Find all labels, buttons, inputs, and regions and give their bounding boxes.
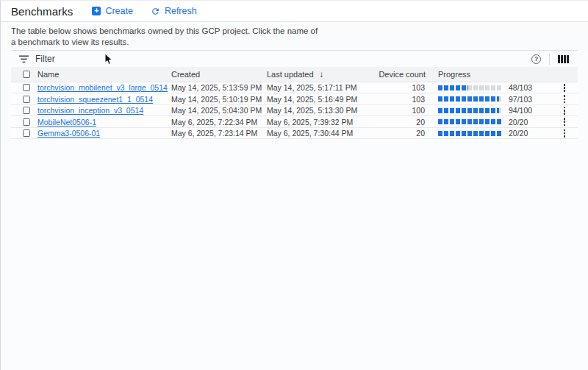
column-header-progress[interactable]: Progress: [426, 70, 551, 79]
row-checkbox[interactable]: [23, 96, 30, 103]
benchmark-name-link[interactable]: torchvision_mobilenet_v3_large_0514: [37, 83, 168, 92]
column-header-device-count[interactable]: Device count: [378, 70, 426, 79]
progress-label: 97/103: [509, 95, 532, 104]
row-checkbox[interactable]: [23, 129, 30, 137]
row-checkbox[interactable]: [23, 107, 30, 114]
progress-label: 48/103: [509, 83, 532, 92]
last-updated-cell: May 14, 2025, 5:17:11 PM: [267, 83, 378, 92]
row-menu-button[interactable]: [561, 82, 569, 93]
last-updated-cell: May 6, 2025, 7:39:32 PM: [267, 118, 378, 127]
sort-descending-icon: ↓: [320, 70, 324, 79]
device-count-cell: 20: [378, 118, 426, 127]
device-count-cell: 100: [378, 106, 426, 115]
last-updated-cell: May 14, 2025, 5:13:30 PM: [267, 106, 378, 115]
refresh-button[interactable]: Refresh: [151, 6, 197, 16]
row-checkbox[interactable]: [23, 118, 30, 126]
filter-button[interactable]: Filter: [19, 54, 55, 64]
create-button-label: Create: [105, 6, 133, 16]
column-header-created[interactable]: Created: [171, 70, 267, 79]
progress-cell: 97/103: [426, 95, 551, 104]
table-row: torchvision_mobilenet_v3_large_0514 May …: [11, 82, 578, 93]
column-header-last-updated-label: Last updated: [267, 70, 314, 79]
filter-icon: [19, 55, 29, 63]
table-row: torchvision_squeezenet1_1_0514 May 14, 2…: [11, 93, 578, 104]
description-line-2: a benchmark to view its results.: [11, 37, 578, 48]
created-cell: May 6, 2025, 7:22:34 PM: [171, 118, 267, 127]
progress-cell: 94/100: [426, 106, 551, 115]
progress-bar: [438, 85, 503, 90]
row-menu-button[interactable]: [561, 93, 569, 104]
created-cell: May 14, 2025, 5:13:59 PM: [171, 83, 267, 92]
progress-bar: [438, 108, 503, 113]
device-count-cell: 20: [378, 129, 426, 138]
row-menu-button[interactable]: [561, 105, 569, 116]
page-title: Benchmarks: [11, 5, 73, 18]
description-line-1: The table below shows benchmarks owned b…: [11, 26, 578, 37]
created-cell: May 14, 2025, 5:10:19 PM: [171, 95, 267, 104]
header-checkbox-cell: [23, 71, 37, 78]
benchmark-name-link[interactable]: MobileNet0506-1: [37, 118, 96, 127]
filter-bar-actions: ?: [530, 53, 570, 65]
row-menu-button[interactable]: [561, 116, 569, 127]
last-updated-cell: May 14, 2025, 5:16:49 PM: [267, 95, 378, 104]
table-description: The table below shows benchmarks owned b…: [1, 22, 588, 50]
table-row: MobileNet0506-1 May 6, 2025, 7:22:34 PM …: [11, 116, 578, 127]
help-button[interactable]: ?: [530, 53, 542, 65]
table-row: torchvision_inception_v3_0514 May 14, 20…: [11, 105, 578, 116]
table-row: Gemma3-0506-01 May 6, 2025, 7:23:14 PM M…: [11, 128, 578, 139]
benchmark-name-link[interactable]: torchvision_inception_v3_0514: [37, 106, 143, 115]
plus-icon: +: [92, 7, 101, 15]
progress-bar: [438, 96, 503, 102]
benchmarks-card: Filter ? Name Created Last updated↓ Devi…: [11, 50, 578, 139]
filter-bar: Filter ?: [11, 50, 578, 67]
filter-label: Filter: [35, 54, 55, 64]
progress-label: 20/20: [509, 118, 528, 127]
last-updated-cell: May 6, 2025, 7:30:44 PM: [267, 129, 378, 138]
toolbar-divider: [549, 54, 550, 65]
progress-bar: [438, 119, 503, 124]
progress-cell: 20/20: [426, 118, 551, 127]
progress-label: 94/100: [509, 106, 532, 115]
column-header-name[interactable]: Name: [37, 70, 171, 79]
column-display-icon: [558, 55, 569, 63]
device-count-cell: 103: [378, 83, 426, 92]
device-count-cell: 103: [378, 95, 426, 104]
select-all-checkbox[interactable]: [23, 71, 30, 78]
help-icon: ?: [531, 54, 541, 64]
created-cell: May 6, 2025, 7:23:14 PM: [171, 129, 267, 138]
refresh-button-label: Refresh: [165, 6, 197, 16]
create-button[interactable]: + Create: [92, 6, 133, 16]
column-header-last-updated[interactable]: Last updated↓: [267, 70, 378, 79]
progress-cell: 20/20: [426, 129, 551, 138]
refresh-icon: [151, 7, 160, 16]
progress-label: 20/20: [509, 129, 528, 138]
column-display-button[interactable]: [556, 54, 570, 65]
title-bar: Benchmarks + Create Refresh: [1, 1, 588, 22]
row-checkbox[interactable]: [23, 84, 30, 91]
table-header-row: Name Created Last updated↓ Device count …: [11, 67, 578, 82]
benchmark-name-link[interactable]: Gemma3-0506-01: [37, 129, 100, 138]
progress-cell: 48/103: [426, 83, 551, 92]
progress-bar: [438, 131, 503, 136]
benchmark-name-link[interactable]: torchvision_squeezenet1_1_0514: [37, 95, 153, 104]
created-cell: May 14, 2025, 5:04:30 PM: [171, 106, 267, 115]
row-menu-button[interactable]: [561, 128, 569, 139]
